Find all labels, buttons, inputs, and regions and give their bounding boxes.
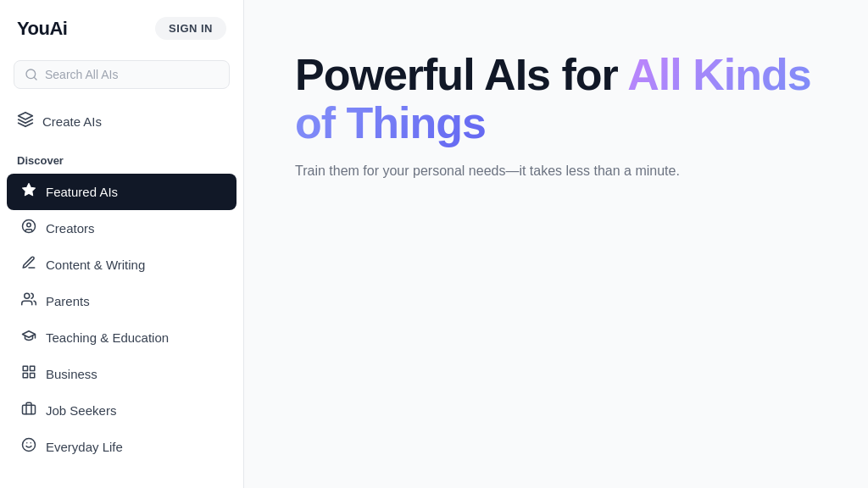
content-writing-icon <box>20 255 37 274</box>
sidebar-item-label-teaching-education: Teaching & Education <box>46 330 169 345</box>
search-icon <box>25 68 38 81</box>
sidebar-item-label-business: Business <box>46 367 97 381</box>
sidebar-item-label-content-writing: Content & Writing <box>46 258 145 272</box>
create-ai-icon <box>17 111 34 132</box>
search-input[interactable] <box>45 68 219 81</box>
sidebar-header: YouAi SIGN IN <box>0 0 243 53</box>
sidebar-item-teaching-education[interactable]: Teaching & Education <box>7 319 236 356</box>
svg-rect-6 <box>23 366 27 370</box>
search-container <box>0 53 243 103</box>
svg-rect-9 <box>31 374 35 378</box>
everyday-life-icon <box>20 437 37 457</box>
sidebar-item-business[interactable]: Business <box>7 356 236 392</box>
svg-rect-7 <box>31 366 35 370</box>
main-content: Powerful AIs for All Kinds of Things Tra… <box>244 0 868 488</box>
sidebar-item-label-parents: Parents <box>46 294 90 308</box>
sidebar-item-parents[interactable]: Parents <box>7 283 236 319</box>
job-seekers-icon <box>20 401 37 420</box>
business-icon <box>20 364 37 384</box>
sidebar-item-content-writing[interactable]: Content & Writing <box>7 247 236 283</box>
hero-title: Powerful AIs for All Kinds of Things <box>295 51 817 147</box>
svg-line-1 <box>34 77 36 80</box>
app-logo: YouAi <box>17 18 67 40</box>
sidebar-item-label-everyday-life: Everyday Life <box>46 440 123 454</box>
sidebar: YouAi SIGN IN Create AIs Discover <box>0 0 244 488</box>
create-ai-label: Create AIs <box>42 114 102 129</box>
sidebar-item-label-job-seekers: Job Seekers <box>46 403 116 418</box>
parents-icon <box>20 291 37 311</box>
search-box[interactable] <box>14 60 230 89</box>
svg-point-5 <box>25 293 30 298</box>
hero-subtitle: Train them for your personal needs—it ta… <box>295 161 817 181</box>
svg-marker-2 <box>23 184 36 196</box>
svg-rect-10 <box>23 405 36 414</box>
sidebar-item-creators[interactable]: Creators <box>7 210 236 247</box>
sidebar-item-label-featured: Featured AIs <box>46 185 118 199</box>
svg-point-11 <box>23 439 36 452</box>
sidebar-item-job-seekers[interactable]: Job Seekers <box>7 392 236 429</box>
creators-icon <box>20 219 37 238</box>
sidebar-item-featured[interactable]: Featured AIs <box>7 174 236 210</box>
teaching-education-icon <box>20 328 37 347</box>
discover-label: Discover <box>0 141 243 174</box>
svg-rect-8 <box>23 374 27 378</box>
sign-in-button[interactable]: SIGN IN <box>155 17 226 40</box>
create-ai-item[interactable]: Create AIs <box>0 103 243 141</box>
star-icon <box>20 182 37 202</box>
svg-point-4 <box>27 223 31 227</box>
hero-title-plain: Powerful AIs for <box>295 50 627 99</box>
sidebar-item-label-creators: Creators <box>46 221 95 236</box>
sidebar-item-everyday-life[interactable]: Everyday Life <box>7 429 236 465</box>
